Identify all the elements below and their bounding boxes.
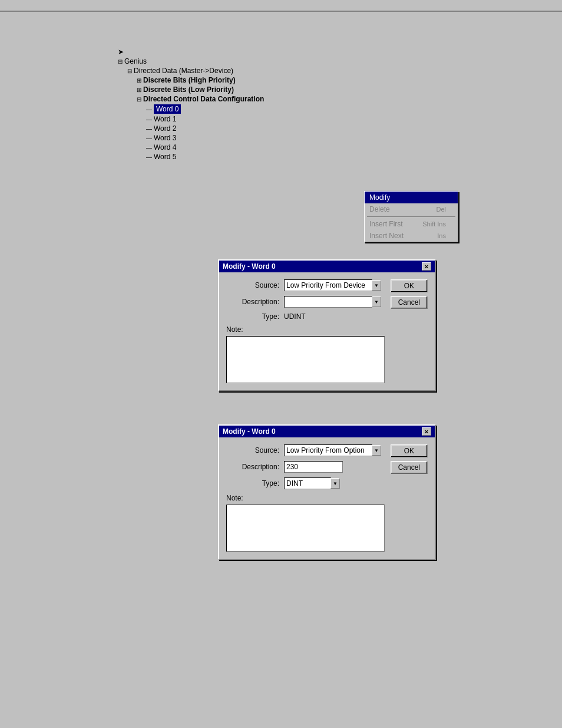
dialog2-source-label: Source: <box>226 446 279 454</box>
context-delete[interactable]: Delete Del <box>365 203 458 215</box>
context-modify[interactable]: Modify <box>365 192 458 203</box>
dialog1-cancel-button[interactable]: Cancel <box>391 296 428 309</box>
tree-discrete-low[interactable]: ⊞ Discrete Bits (Low Priority) <box>137 85 264 94</box>
dialog1-description-select[interactable]: Acc delta speed 2 ▼ <box>284 296 381 308</box>
dialog1-source-label: Source: <box>226 281 279 289</box>
dialog2-ok-button[interactable]: OK <box>391 444 428 457</box>
tree-directed-control[interactable]: ⊟ Directed Control Data Configuration <box>137 94 264 104</box>
dialog2-cancel-button[interactable]: Cancel <box>391 461 428 474</box>
dialog-modify-word0-second: Modify - Word 0 × Source: Low Priority F… <box>218 424 436 560</box>
dialog2-type-select[interactable]: DINT ▼ <box>284 477 340 489</box>
dialog1-title-bar: Modify - Word 0 × <box>219 261 435 272</box>
dialog1-ok-button[interactable]: OK <box>391 279 428 292</box>
dialog2-source-arrow[interactable]: ▼ <box>372 445 381 456</box>
tree-arrow: ➤ <box>118 47 264 57</box>
dialog2-description-label: Description: <box>226 463 279 471</box>
dialog-modify-word0-first: Modify - Word 0 × Source: Low Priority F… <box>218 259 436 391</box>
tree-word-2[interactable]: — Word 2 <box>146 124 264 133</box>
dialog2-type-label: Type: <box>226 479 279 487</box>
dialog1-type-label: Type: <box>226 312 279 321</box>
tree-discrete-high[interactable]: ⊞ Discrete Bits (High Priority) <box>137 75 264 85</box>
dialog1-type-value: UDINT <box>284 312 306 321</box>
tree-word-5[interactable]: — Word 5 <box>146 152 264 162</box>
dialog1-description-label: Description: <box>226 298 279 306</box>
tree-word-3[interactable]: — Word 3 <box>146 133 264 143</box>
dialog2-type-arrow[interactable]: ▼ <box>330 478 340 489</box>
bottom-separator <box>0 11 562 12</box>
dialog1-close-button[interactable]: × <box>422 262 431 271</box>
tree-genius[interactable]: ⊟ Genius <box>118 57 264 66</box>
dialog2-close-button[interactable]: × <box>422 427 431 436</box>
context-separator <box>367 216 455 217</box>
dialog1-source-arrow[interactable]: ▼ <box>372 280 381 291</box>
dialog1-description-arrow[interactable]: ▼ <box>372 297 381 307</box>
dialog2-note-label: Note: <box>226 494 385 502</box>
dialog1-note-area[interactable] <box>226 336 385 383</box>
dialog1-note-label: Note: <box>226 325 385 334</box>
context-insert-next[interactable]: Insert Next Ins <box>365 230 458 242</box>
dialog2-description-input[interactable] <box>284 461 343 473</box>
dialog1-source-select[interactable]: Low Priority From Device ▼ <box>284 279 381 291</box>
tree-directed-data[interactable]: ⊟ Directed Data (Master->Device) <box>127 66 264 75</box>
context-insert-first[interactable]: Insert First Shift Ins <box>365 218 458 230</box>
dialog2-source-select[interactable]: Low Priority From Option ▼ <box>284 444 381 456</box>
dialog2-note-area[interactable] <box>226 505 385 552</box>
dialog2-title-bar: Modify - Word 0 × <box>219 426 435 437</box>
tree-word-1[interactable]: — Word 1 <box>146 114 264 124</box>
context-menu: Modify Delete Del Insert First Shift Ins… <box>364 191 458 242</box>
tree-word-4[interactable]: — Word 4 <box>146 143 264 152</box>
tree-word-0[interactable]: — Word 0 Modify Delete Del Insert First … <box>146 104 264 114</box>
